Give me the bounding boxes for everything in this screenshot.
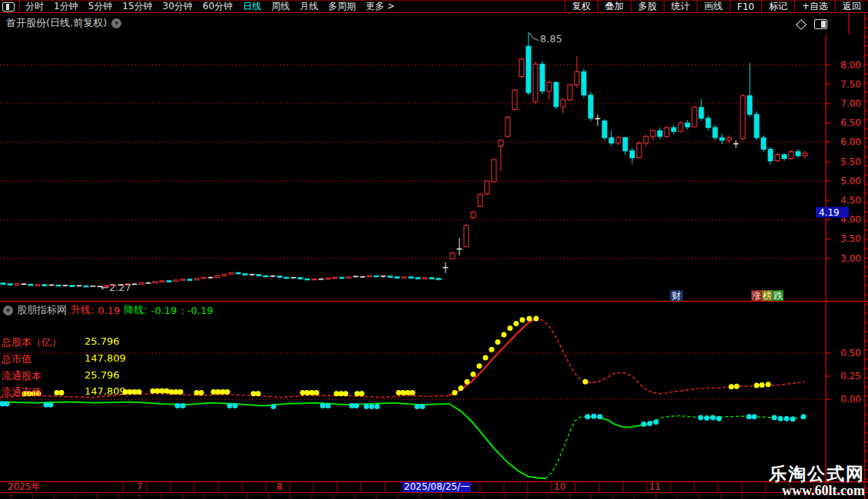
buy-dot	[164, 388, 170, 394]
metric-value: 25.796	[84, 369, 120, 381]
candle-body	[374, 276, 379, 277]
period-tab[interactable]: 日线	[243, 0, 261, 13]
toolbar-button[interactable]: 叠加	[598, 1, 631, 12]
candle-body	[402, 277, 406, 279]
candle-body	[706, 118, 711, 127]
rise-line	[0, 394, 449, 398]
candle-body	[42, 285, 47, 286]
period-tab[interactable]: 分时	[25, 0, 44, 13]
candle-body	[201, 277, 206, 279]
rise-line	[449, 319, 535, 395]
peak-arrow	[529, 33, 538, 41]
candle-body	[395, 277, 399, 279]
candle-body	[775, 154, 780, 160]
price-marker-label: 4.19	[819, 207, 840, 218]
sell-dot	[227, 403, 233, 408]
buy-dot	[225, 389, 230, 395]
candle-body	[727, 137, 731, 140]
period-tab[interactable]: 多周期	[328, 0, 356, 13]
period-tab[interactable]: 月线	[300, 0, 318, 13]
buy-dot	[489, 347, 495, 352]
buy-dot	[465, 379, 470, 385]
candle-body	[70, 286, 75, 287]
chevron-down-icon[interactable]: ▾	[111, 18, 121, 28]
period-tab[interactable]: 60分钟	[203, 0, 233, 13]
buy-dot	[334, 391, 340, 396]
sell-dot	[44, 402, 49, 408]
period-tab[interactable]: 周线	[271, 0, 290, 13]
title-bar: 首开股份(日线.前复权) ▾	[6, 16, 121, 30]
indicator-axis-label: 0.00	[840, 394, 861, 405]
buy-dot	[729, 384, 734, 389]
rise-value: 0.19	[98, 305, 120, 316]
period-tab[interactable]: 5分钟	[88, 0, 113, 13]
candle-body	[747, 96, 752, 114]
metric-value: 25.796	[84, 335, 120, 347]
buy-dot	[194, 390, 200, 395]
diamond-icon[interactable]	[796, 18, 807, 29]
sell-dot	[641, 421, 647, 427]
candle-body	[56, 285, 61, 286]
buy-dot	[452, 390, 458, 395]
buy-dot	[459, 385, 464, 391]
sell-dot	[698, 415, 704, 421]
buy-dot	[410, 390, 416, 395]
header-right-icons	[797, 19, 827, 29]
toolbar-buttons: 复权叠加多股统计画线F10标记+自选返回	[565, 1, 868, 12]
sell-dot	[790, 416, 796, 421]
indicator-collapse-icon[interactable]: ▾	[3, 306, 13, 316]
candle-body	[236, 273, 240, 274]
candle-body	[678, 123, 683, 131]
sell-dot	[704, 415, 710, 421]
watermark-site-url: www.60lt.com	[769, 484, 865, 498]
toolbar-button[interactable]: F10	[730, 1, 761, 12]
candle-body	[761, 137, 766, 149]
toolbar-button[interactable]: 画线	[697, 1, 730, 12]
toolbar-button[interactable]: 返回	[835, 1, 868, 12]
metric-label: 流通市值	[2, 385, 41, 399]
sell-dot	[326, 403, 331, 408]
sell-dot	[271, 404, 277, 409]
buy-dot	[211, 389, 217, 395]
metric-value: 147.809	[84, 352, 126, 364]
candle-body	[229, 273, 234, 274]
toolbar-button[interactable]: 统计	[664, 1, 697, 12]
candle-body	[28, 284, 33, 286]
toolbar-button[interactable]: 多股	[631, 1, 664, 12]
buy-dot	[55, 390, 60, 395]
buy-dot	[339, 391, 344, 396]
period-tab[interactable]: 1分钟	[54, 0, 78, 13]
period-tab[interactable]: 30分钟	[163, 0, 193, 13]
sell-dot	[747, 414, 752, 419]
candle-body	[478, 194, 482, 206]
fall-line	[545, 417, 601, 478]
finance-badge[interactable]: 财	[670, 290, 683, 301]
buy-dot	[305, 390, 310, 395]
chart-canvas[interactable]: 8.007.507.006.506.005.505.004.504.003.50…	[0, 0, 868, 499]
buy-dot	[199, 390, 204, 395]
split-screen-icon[interactable]	[814, 19, 827, 29]
buy-dot	[132, 389, 137, 395]
sell-dot	[350, 403, 355, 408]
sell-dot	[233, 403, 238, 408]
sell-dot	[717, 416, 722, 421]
sell-dot	[585, 414, 591, 419]
sell-dot	[591, 414, 597, 419]
candle-body	[471, 212, 475, 218]
candle-body	[346, 277, 351, 279]
buy-dot	[59, 390, 65, 395]
buy-dot	[527, 316, 532, 322]
period-tab[interactable]: 更多 >	[366, 0, 395, 13]
price-axis-label: 5.00	[840, 176, 861, 187]
split-view-icon[interactable]	[2, 2, 15, 12]
candle-body	[340, 277, 344, 279]
buy-dot	[508, 326, 513, 331]
buy-dot	[483, 355, 489, 361]
toolbar-button[interactable]: 复权	[565, 1, 598, 12]
toolbar-button[interactable]: 标记	[761, 1, 794, 12]
candle-body	[630, 150, 634, 157]
zhang-die-badge[interactable]: 涨榜跌	[751, 290, 784, 301]
candle-body	[429, 278, 434, 279]
period-tab[interactable]: 15分钟	[122, 0, 152, 13]
toolbar-button[interactable]: +自选	[794, 1, 835, 12]
